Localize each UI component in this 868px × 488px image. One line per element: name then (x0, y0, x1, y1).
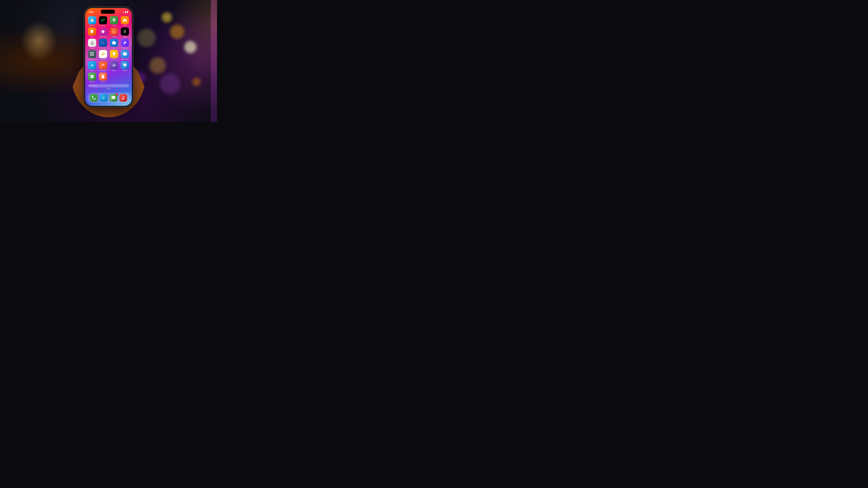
app-books-icon (88, 27, 96, 36)
app-home-icon (121, 16, 129, 24)
app-translate[interactable]: A文 Translate (98, 39, 108, 49)
app-numbers-label: Numbers (89, 81, 95, 83)
app-stocks[interactable]: Stocks (98, 16, 108, 26)
dock-safari[interactable] (100, 94, 107, 102)
app-stocks-icon (99, 16, 107, 24)
svg-rect-30 (123, 63, 126, 66)
app-numbers[interactable]: Numbers (87, 72, 97, 83)
app-itunes-label: iTunes Store (99, 36, 107, 37)
app-tips[interactable]: Tips (109, 50, 119, 60)
page-dot-3 (110, 88, 111, 89)
app-books-label: Books (90, 36, 94, 37)
lamp-glow (21, 21, 57, 61)
dock-phone[interactable] (90, 94, 98, 102)
app-weather-icon (88, 16, 96, 24)
app-files-icon (110, 39, 118, 47)
svg-rect-23 (90, 54, 92, 56)
app-books[interactable]: Books (87, 27, 97, 37)
pink-strip (211, 0, 217, 122)
app-freeform[interactable]: Freeform (98, 50, 108, 60)
phone-scene: 2:30 ▲ ▊ ▋ Weather (70, 5, 147, 117)
app-numbers-icon (88, 72, 96, 81)
app-itunes-icon (99, 27, 107, 36)
bokeh-6 (160, 74, 180, 94)
app-shortcuts-icon (121, 39, 129, 47)
dock: 1 (88, 93, 129, 103)
app-contacts-icon (88, 39, 96, 47)
app-clips[interactable]: Clips (87, 61, 97, 71)
app-keynote-label: Keynote (122, 70, 127, 71)
battery-icon: ▋ (127, 11, 128, 13)
app-files-label: Files (113, 47, 116, 49)
app-fitness-label: Fitness (112, 36, 116, 37)
wifi-icon: ▲ (123, 11, 124, 13)
dock-music[interactable] (119, 94, 127, 102)
svg-point-43 (90, 85, 91, 86)
svg-rect-21 (90, 52, 92, 54)
app-utilities-icon (88, 50, 96, 58)
svg-marker-20 (123, 41, 126, 44)
svg-text:文: 文 (103, 43, 104, 44)
app-imovie[interactable]: iMovie (109, 61, 119, 71)
dock-messages[interactable]: 1 (110, 94, 117, 102)
app-pages-label: Pages (101, 81, 105, 83)
app-pages[interactable]: Pages (98, 72, 108, 83)
app-shortcuts[interactable]: Shortcuts (120, 39, 130, 49)
app-weather[interactable]: Weather (87, 16, 97, 26)
app-findmy[interactable]: Find My (109, 16, 119, 26)
app-weather-label: Weather (90, 25, 95, 26)
phone-screen: 2:30 ▲ ▊ ▋ Weather (85, 8, 132, 106)
app-home[interactable]: Home (120, 16, 130, 26)
status-icons: ▲ ▊ ▋ (123, 11, 128, 13)
status-time: 2:30 (89, 11, 93, 13)
dock-music-icon (119, 94, 127, 102)
search-placeholder: Search (93, 85, 97, 87)
phone-frame: 2:30 ▲ ▊ ▋ Weather (84, 7, 133, 107)
app-tips-icon (110, 50, 118, 58)
app-findmy-label: Find My (112, 25, 116, 26)
svg-point-14 (91, 41, 93, 43)
app-clips-label: Clips (91, 70, 94, 71)
app-garageband-label: GarageBand (99, 70, 107, 71)
svg-rect-39 (101, 75, 104, 79)
bg-right-glow (135, 0, 217, 122)
svg-point-0 (91, 19, 93, 20)
app-watch[interactable]: Watch (120, 27, 130, 37)
app-clips-icon (88, 61, 96, 69)
app-imovie-label: iMovie (112, 70, 116, 71)
app-fitness[interactable]: Fitness (109, 27, 119, 37)
app-watch-icon (121, 27, 129, 36)
dynamic-island (101, 10, 115, 14)
app-translate-icon: A文 (99, 39, 107, 47)
svg-rect-33 (124, 67, 126, 67)
app-files[interactable]: Files (109, 39, 119, 49)
dock-safari-icon (100, 94, 107, 102)
svg-rect-22 (92, 52, 94, 54)
svg-rect-24 (92, 54, 94, 56)
search-bar[interactable]: Search (88, 84, 129, 87)
app-imovie-icon (110, 61, 118, 69)
svg-rect-34 (91, 75, 94, 78)
status-bar: 2:30 ▲ ▊ ▋ (85, 8, 132, 16)
app-applestore[interactable]: Apple Store (120, 50, 130, 60)
svg-text:A: A (101, 42, 102, 43)
app-itunes[interactable]: iTunes Store (98, 27, 108, 37)
app-home-label: Home (123, 25, 127, 26)
dock-phone-icon (90, 94, 98, 102)
app-stocks-label: Stocks (101, 25, 105, 26)
app-utilities[interactable]: Utilities (87, 50, 97, 60)
dock-messages-icon: 1 (110, 94, 117, 102)
bokeh-5 (150, 57, 166, 74)
app-tips-label: Tips (113, 59, 115, 60)
app-utilities-label: Utilities (90, 59, 94, 60)
messages-badge: 1 (116, 93, 118, 95)
app-contacts[interactable]: Contacts (87, 39, 97, 49)
page-dot-1 (106, 88, 107, 89)
bokeh-7 (192, 78, 200, 86)
app-freeform-label: Freeform (100, 59, 105, 60)
app-garageband[interactable]: GarageBand (98, 61, 108, 71)
app-contacts-label: Contacts (89, 47, 95, 49)
app-keynote-icon (121, 61, 129, 69)
app-keynote[interactable]: Keynote (120, 61, 130, 71)
app-findmy-icon (110, 16, 118, 24)
